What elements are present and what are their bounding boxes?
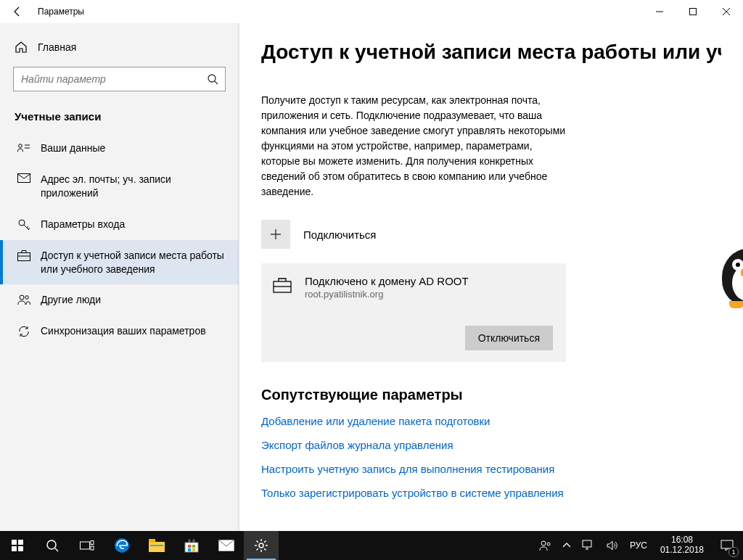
section-title: Учетные записи: [0, 104, 239, 133]
svg-rect-25: [91, 546, 94, 550]
svg-rect-34: [192, 548, 195, 551]
page-description: Получите доступ к таким ресурсам, как эл…: [261, 93, 573, 199]
explorer-app[interactable]: [139, 531, 174, 560]
svg-rect-19: [12, 546, 17, 551]
nav-label: Другие люди: [41, 293, 101, 307]
person-card-icon: [17, 141, 30, 152]
search-button[interactable]: [35, 531, 70, 560]
network-tray-icon[interactable]: [576, 531, 601, 560]
search-input[interactable]: [14, 73, 200, 85]
nav-item-email-accounts[interactable]: Адрес эл. почты; уч. записи приложений: [0, 164, 239, 209]
svg-point-37: [541, 541, 546, 545]
svg-rect-31: [188, 545, 191, 548]
tray-expand-icon[interactable]: [557, 531, 576, 560]
svg-point-12: [25, 296, 29, 300]
back-button[interactable]: [0, 0, 35, 23]
window-title: Параметры: [35, 7, 84, 17]
svg-rect-30: [185, 543, 198, 552]
page-title: Доступ к учетной записи места работы или…: [261, 41, 721, 64]
store-app[interactable]: [174, 531, 209, 560]
svg-rect-1: [690, 9, 697, 15]
home-button[interactable]: Главная: [0, 35, 239, 67]
svg-point-36: [259, 543, 263, 548]
svg-point-8: [19, 220, 25, 226]
domain-subtitle: root.pyatilistnik.org: [305, 289, 469, 300]
search-icon[interactable]: [200, 73, 225, 85]
sync-icon: [17, 324, 30, 338]
svg-rect-17: [12, 540, 17, 545]
mail-app[interactable]: [209, 531, 244, 560]
nav-item-signin-options[interactable]: Параметры входа: [0, 209, 239, 240]
svg-rect-24: [91, 541, 94, 545]
mail-icon: [17, 173, 30, 184]
settings-app[interactable]: [244, 531, 279, 560]
related-heading: Сопутствующие параметры: [261, 387, 721, 403]
nav-label: Доступ к учетной записи места работы или…: [41, 249, 224, 276]
edge-app[interactable]: [104, 531, 139, 560]
people-tray-icon[interactable]: [533, 531, 557, 560]
nav-item-other-people[interactable]: Другие люди: [0, 284, 239, 316]
notification-badge: 1: [728, 547, 739, 557]
link-enroll-device[interactable]: Только зарегистрировать устройство в сис…: [261, 487, 721, 499]
nav-label: Ваши данные: [41, 141, 105, 155]
language-indicator[interactable]: РУС: [624, 531, 653, 560]
volume-tray-icon[interactable]: [601, 531, 624, 560]
clock[interactable]: 16:08 01.12.2018: [653, 535, 711, 556]
domain-card[interactable]: Подключено к домену AD ROOT root.pyatili…: [261, 263, 566, 362]
briefcase-icon: [17, 249, 30, 261]
add-connection-button[interactable]: [261, 220, 290, 249]
nav-label: Параметры входа: [41, 218, 125, 231]
nav-item-your-info[interactable]: Ваши данные: [0, 133, 239, 164]
home-icon: [15, 41, 28, 54]
action-center-button[interactable]: 1: [711, 531, 743, 560]
disconnect-button[interactable]: Отключиться: [465, 326, 553, 350]
briefcase-icon: [273, 275, 292, 293]
link-setup-test-account[interactable]: Настроить учетную запись для выполнения …: [261, 463, 721, 475]
link-export-logs[interactable]: Экспорт файлов журнала управления: [261, 439, 721, 451]
domain-title: Подключено к домену AD ROOT: [305, 275, 469, 287]
clock-time: 16:08: [660, 535, 704, 545]
nav-label: Адрес эл. почты; уч. записи приложений: [41, 173, 224, 200]
sidebar: Главная Учетные записи Ваши данные Адрес…: [0, 23, 239, 531]
search-box[interactable]: [13, 67, 226, 91]
svg-point-2: [208, 75, 215, 82]
task-view-button[interactable]: [70, 531, 104, 560]
svg-rect-27: [149, 542, 165, 552]
svg-rect-9: [18, 252, 30, 260]
svg-line-3: [215, 81, 218, 84]
nav-item-work-access[interactable]: Доступ к учетной записи места работы или…: [0, 240, 239, 285]
svg-rect-39: [583, 540, 591, 547]
start-button[interactable]: [0, 531, 35, 560]
svg-line-22: [55, 548, 58, 551]
svg-rect-28: [149, 539, 155, 543]
svg-rect-18: [18, 540, 23, 545]
clock-date: 01.12.2018: [660, 545, 704, 556]
nav-label: Синхронизация ваших параметров: [41, 324, 206, 338]
taskbar: РУС 16:08 01.12.2018 1: [0, 531, 743, 560]
connect-row[interactable]: Подключиться: [261, 217, 721, 263]
svg-rect-20: [18, 546, 23, 551]
svg-point-11: [20, 295, 24, 300]
svg-rect-33: [188, 548, 191, 551]
svg-rect-29: [150, 545, 163, 546]
svg-point-21: [47, 540, 56, 549]
link-provisioning-package[interactable]: Добавление или удаление пакета подготовк…: [261, 415, 721, 427]
key-icon: [17, 218, 30, 231]
svg-point-38: [547, 543, 550, 545]
watermark-logo: pyatilistnik.org: [704, 241, 743, 313]
svg-rect-32: [192, 545, 195, 548]
svg-rect-23: [81, 542, 90, 549]
people-icon: [17, 293, 30, 305]
connect-label: Подключиться: [303, 228, 376, 241]
window-titlebar: Параметры: [0, 0, 743, 23]
home-label: Главная: [38, 41, 76, 53]
close-button[interactable]: [710, 0, 743, 23]
svg-point-4: [19, 144, 22, 148]
nav-item-sync[interactable]: Синхронизация ваших параметров: [0, 316, 239, 347]
minimize-button[interactable]: [643, 0, 676, 23]
maximize-button[interactable]: [676, 0, 710, 23]
content-area: Доступ к учетной записи места работы или…: [239, 23, 743, 531]
